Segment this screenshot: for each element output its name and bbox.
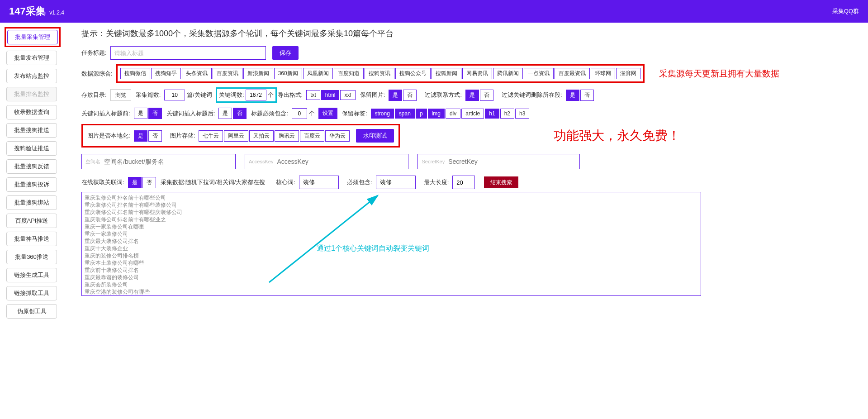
watermark-test-button[interactable]: 水印测试 [356, 129, 394, 143]
sidebar-item-360-push[interactable]: 批量360推送 [6, 250, 57, 264]
sidebar-item-baidu-api[interactable]: 百度API推送 [6, 214, 57, 228]
cloud-upyun[interactable]: 又拍云 [249, 130, 274, 142]
source-tag[interactable]: 腾讯新闻 [493, 68, 523, 79]
sk-label: SecretKey [418, 159, 448, 164]
task-title-input[interactable] [110, 46, 266, 60]
source-tag[interactable]: 澎湃网 [616, 68, 640, 79]
tag-h3[interactable]: h3 [515, 109, 529, 119]
assoc-no[interactable]: 否 [142, 177, 156, 188]
cloud-tencent[interactable]: 腾讯云 [275, 130, 299, 142]
sidebar-item-collect-mgmt[interactable]: 批量采集管理 [7, 30, 58, 44]
ak-label: AccessKey [245, 159, 277, 164]
source-tag[interactable]: 头条资讯 [182, 68, 212, 79]
end-search-button[interactable]: 结束搜索 [484, 176, 518, 188]
source-tag[interactable]: 百度最资讯 [555, 68, 590, 79]
cloud-ali[interactable]: 阿里云 [224, 130, 248, 142]
contact-no[interactable]: 否 [480, 90, 493, 101]
assoc-yes[interactable]: 是 [128, 177, 142, 188]
core-input[interactable] [299, 176, 339, 189]
must-label: 必须包含: [347, 178, 372, 186]
keep-img-no[interactable]: 否 [403, 90, 417, 101]
tag-span[interactable]: span [395, 109, 415, 119]
count-label: 采集篇数: [136, 91, 161, 99]
source-tag[interactable]: 百度知道 [334, 68, 364, 79]
source-tag[interactable]: 凤凰新闻 [303, 68, 333, 79]
sidebar-item-sogou-push[interactable]: 批量搜狗推送 [6, 123, 57, 138]
tag-article[interactable]: article [461, 109, 484, 119]
save-button[interactable]: 保存 [272, 46, 299, 60]
sidebar-item-rank-monitor[interactable]: 批量排名监控 [6, 87, 57, 101]
sk-input[interactable] [448, 155, 579, 168]
cloud-baidu[interactable]: 百度云 [300, 130, 324, 142]
source-tag[interactable]: 网易资讯 [462, 68, 492, 79]
source-tag[interactable]: 360新闻 [274, 68, 302, 79]
sidebar-highlight: 批量采集管理 [5, 27, 61, 47]
tag-img[interactable]: img [428, 109, 445, 119]
setting-button[interactable]: 设置 [318, 108, 337, 119]
cloud-huawei[interactable]: 华为云 [325, 130, 350, 142]
sidebar-item-sogou-verify[interactable]: 搜狗验证推送 [6, 141, 57, 156]
source-tag[interactable]: 搜狐新闻 [432, 68, 461, 79]
sidebar-item-sogou-feedback[interactable]: 批量搜狗反馈 [6, 159, 57, 174]
app-logo: 147采集 [9, 5, 46, 17]
cloud-qiniu[interactable]: 七牛云 [199, 130, 223, 142]
sidebar-item-sogou-bind[interactable]: 批量搜狗绑站 [6, 195, 57, 210]
count-input[interactable] [164, 90, 185, 100]
filter-kw-no[interactable]: 否 [580, 90, 594, 101]
fmt-html[interactable]: html [321, 90, 340, 100]
sidebar-item-site-monitor[interactable]: 发布站点监控 [6, 69, 57, 83]
maxlen-input[interactable] [452, 176, 475, 189]
source-tag[interactable]: 搜狗微信 [120, 68, 150, 79]
sidebar-item-shenma-push[interactable]: 批量神马推送 [6, 232, 57, 246]
keywords-textarea[interactable] [81, 192, 701, 296]
source-tag[interactable]: 搜狗公众号 [395, 68, 431, 79]
secretkey-field: SecretKey [417, 154, 580, 169]
maxlen-label: 最大长度: [424, 178, 449, 186]
img-local-no[interactable]: 否 [148, 130, 162, 142]
must-contain-label: 标题必须包含: [251, 110, 288, 118]
contact-yes[interactable]: 是 [465, 90, 479, 101]
sidebar-item-link-gen[interactable]: 链接生成工具 [6, 268, 57, 282]
space-label: 空间名 [82, 158, 104, 165]
kw-count-input[interactable] [246, 90, 266, 100]
keep-img-yes[interactable]: 是 [389, 90, 402, 101]
fmt-label: 导出格式: [278, 91, 303, 99]
sidebar-item-link-scrape[interactable]: 链接抓取工具 [6, 286, 57, 300]
source-tag[interactable]: 环球网 [591, 68, 615, 79]
keep-tag-label: 保留标签: [342, 110, 367, 118]
space-input[interactable] [104, 155, 235, 168]
ak-input[interactable] [277, 155, 408, 168]
source-tag[interactable]: 搜狗知乎 [151, 68, 181, 79]
sidebar-item-pseudo-orig[interactable]: 伪原创工具 [6, 304, 57, 319]
source-tag[interactable]: 搜狗资讯 [365, 68, 394, 79]
source-tag[interactable]: 一点资讯 [524, 68, 554, 79]
sidebar-item-publish-mgmt[interactable]: 批量发布管理 [6, 51, 57, 65]
count-unit: 篇/关键词 [187, 91, 212, 99]
fmt-xxf[interactable]: xxf [340, 90, 355, 100]
header-qq-group[interactable]: 采集QQ群 [832, 7, 859, 15]
source-tag[interactable]: 百度资讯 [213, 68, 242, 79]
tag-strong[interactable]: strong [371, 109, 394, 119]
tag-h1[interactable]: h1 [485, 109, 499, 119]
must-input[interactable] [376, 176, 416, 189]
tag-div[interactable]: div [446, 109, 460, 119]
ins-after-no[interactable]: 否 [233, 108, 247, 119]
source-tag[interactable]: 新浪新闻 [243, 68, 273, 79]
must-unit: 个 [309, 110, 315, 118]
must-contain-input[interactable] [292, 108, 307, 119]
img-local-yes[interactable]: 是 [134, 130, 147, 142]
filter-kw-yes[interactable]: 是 [566, 90, 579, 101]
ins-before-no[interactable]: 否 [148, 108, 162, 119]
ins-before-yes[interactable]: 是 [134, 108, 147, 119]
img-row-highlight: 图片是否本地化: 是 否 图片存储: 七牛云 阿里云 又拍云 腾讯云 百度云 华… [81, 124, 400, 148]
sources-label: 数据源综合: [81, 70, 113, 78]
sidebar-item-index-query[interactable]: 收录数据查询 [6, 105, 57, 119]
sidebar-item-sogou-complain[interactable]: 批量搜狗投诉 [6, 177, 57, 192]
space-name-field: 空间名 [81, 154, 236, 169]
tag-h2[interactable]: h2 [500, 109, 514, 119]
tag-p[interactable]: p [416, 109, 427, 119]
ins-after-yes[interactable]: 是 [218, 108, 232, 119]
browse-button[interactable]: 浏览 [110, 89, 131, 101]
fmt-txt[interactable]: txt [306, 90, 320, 100]
keep-img-label: 保留图片: [360, 91, 385, 99]
